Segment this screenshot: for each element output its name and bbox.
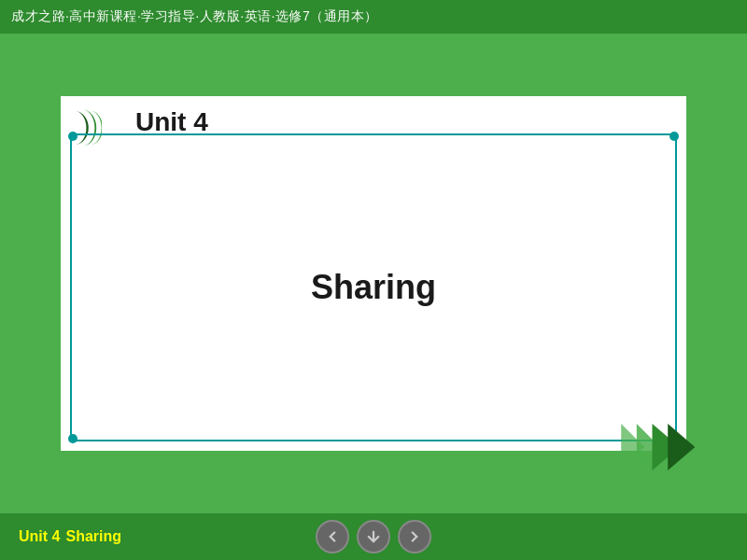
next-button[interactable] bbox=[398, 520, 431, 553]
header-title: 成才之路·高中新课程·学习指导·人教版·英语·选修7（通用本） bbox=[11, 8, 378, 25]
prev-arrow-icon bbox=[324, 528, 341, 545]
right-decoration bbox=[617, 419, 711, 475]
footer-sharing-text: Sharing bbox=[65, 528, 121, 545]
chevron-right-icon bbox=[617, 419, 711, 475]
svg-marker-3 bbox=[668, 424, 695, 470]
footer-unit-text: Unit 4 bbox=[19, 528, 60, 545]
prev-button[interactable] bbox=[316, 520, 349, 553]
sharing-label: Sharing bbox=[311, 268, 436, 307]
corner-dot-tr bbox=[669, 132, 679, 141]
main-content: Unit 4 Sharing bbox=[0, 34, 747, 513]
nav-buttons bbox=[316, 520, 431, 553]
card-border: Sharing bbox=[70, 133, 677, 441]
footer-bar: Unit 4 Sharing bbox=[0, 513, 747, 560]
header-bar: 成才之路·高中新课程·学习指导·人教版·英语·选修7（通用本） bbox=[0, 0, 747, 34]
corner-dot-tl bbox=[68, 132, 78, 141]
corner-dot-bl bbox=[68, 434, 78, 443]
content-card: Unit 4 Sharing bbox=[61, 96, 686, 451]
home-button[interactable] bbox=[357, 520, 390, 553]
home-arrow-icon bbox=[365, 528, 382, 545]
footer-info: Unit 4 Sharing bbox=[19, 528, 121, 545]
next-arrow-icon bbox=[406, 528, 423, 545]
